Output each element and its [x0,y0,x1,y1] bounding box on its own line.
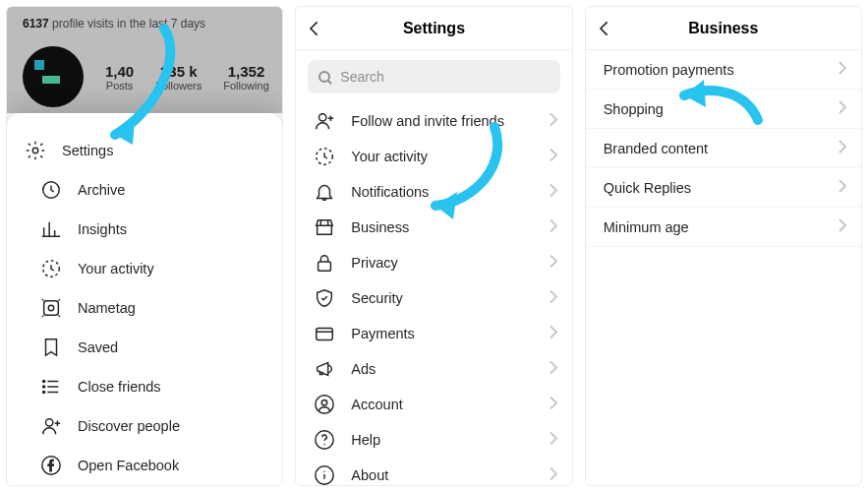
help-icon [314,429,335,451]
row-label: Branded content [604,141,708,156]
menu-label: Open Facebook [78,458,179,473]
panel-profile-menu: 6137 profile visits in the last 7 days 1… [6,6,283,486]
chevron-right-icon [549,290,558,307]
shield-icon [314,287,335,309]
row-label: Payments [351,326,414,341]
chevron-right-icon [549,397,558,413]
chevron-right-icon [838,218,847,235]
row-label: Minimum age [604,219,689,235]
row-label: Account [351,397,402,412]
back-button[interactable] [596,7,615,49]
chevron-right-icon [549,149,558,165]
menu-close-friends[interactable]: Close friends [7,367,282,406]
row-label: Shopping [604,101,664,117]
card-icon [314,323,335,344]
chevron-right-icon [549,113,558,130]
row-label: Business [351,219,409,235]
panel-business: Business Promotion payments Shopping Bra… [585,6,862,486]
row-label: Security [351,290,402,306]
bookmark-icon [40,337,62,358]
account-icon [314,394,335,415]
header: Business [586,7,861,50]
business-row-shopping[interactable]: Shopping [586,90,861,129]
settings-row-account[interactable]: Account [296,387,571,422]
row-label: Ads [351,361,376,377]
business-row-quick-replies[interactable]: Quick Replies [586,168,861,208]
menu-open-facebook[interactable]: Open Facebook [7,446,282,485]
menu-label: Your activity [78,261,154,277]
chevron-right-icon [838,140,847,156]
row-label: Follow and invite friends [351,113,504,129]
info-icon [314,464,335,486]
settings-row-about[interactable]: About [296,458,571,486]
stat-followers: 235 k Followers [155,63,202,92]
chevron-right-icon [838,61,847,78]
lock-icon [314,252,335,274]
row-label: Help [351,432,380,448]
menu-settings[interactable]: Settings [7,131,282,170]
settings-row-business[interactable]: Business [296,210,571,245]
bell-icon [314,181,335,203]
chevron-right-icon [549,255,558,272]
settings-row-notifications[interactable]: Notifications [296,174,571,210]
search-input[interactable]: Search [308,60,559,93]
search-icon [318,70,332,85]
search-placeholder: Search [340,69,383,85]
stat-following: 1,352 Following [223,63,268,92]
header: Settings [296,7,571,50]
avatar [23,46,84,107]
chevron-right-icon [549,326,558,342]
gear-icon [25,140,46,161]
business-row-minimum-age[interactable]: Minimum age [586,208,861,247]
settings-row-activity[interactable]: Your activity [296,139,571,174]
profile-header-dimmed: 6137 profile visits in the last 7 days 1… [7,7,282,113]
back-button[interactable] [306,7,325,49]
row-label: Quick Replies [604,180,691,196]
nametag-icon [40,297,62,319]
menu-archive[interactable]: Archive [7,170,282,210]
row-label: Promotion payments [604,62,734,78]
settings-row-ads[interactable]: Ads [296,351,571,387]
chevron-right-icon [549,184,558,201]
menu-insights[interactable]: Insights [7,210,282,249]
insights-icon [40,218,62,240]
menu-discover-people[interactable]: Discover people [7,406,282,446]
panel-settings: Settings Search Follow and invite friend… [295,6,572,486]
menu-label: Discover people [78,418,180,434]
row-label: Privacy [351,255,398,271]
stat-posts: 1,40 Posts [105,63,134,92]
row-label: About [351,467,388,483]
clock-icon [40,179,62,201]
profile-visits-text: 6137 profile visits in the last 7 days [23,17,266,31]
menu-label: Insights [78,221,127,237]
menu-label: Saved [78,339,118,355]
settings-row-privacy[interactable]: Privacy [296,245,571,280]
menu-nametag[interactable]: Nametag [7,288,282,328]
settings-row-payments[interactable]: Payments [296,316,571,351]
menu-activity[interactable]: Your activity [7,249,282,288]
chevron-right-icon [549,467,558,484]
shop-icon [314,216,335,238]
chevron-right-icon [549,219,558,236]
activity-icon [314,146,335,167]
add-person-icon [314,110,335,132]
row-label: Notifications [351,184,429,200]
settings-row-follow-invite[interactable]: Follow and invite friends [296,103,571,139]
chevron-right-icon [838,100,847,117]
business-row-promotion-payments[interactable]: Promotion payments [586,50,861,90]
settings-row-security[interactable]: Security [296,280,571,316]
add-person-icon [40,415,62,437]
chevron-right-icon [549,432,558,449]
chevron-right-icon [549,361,558,378]
list-icon [40,376,62,398]
menu-saved[interactable]: Saved [7,328,282,367]
menu-label: Close friends [78,379,161,395]
menu-label: Archive [78,182,125,198]
activity-icon [40,258,62,279]
header-title: Business [688,20,758,37]
menu-label: Nametag [78,300,136,316]
action-sheet: Settings Archive Insights Your activity … [7,113,282,485]
menu-label: Settings [62,143,113,158]
business-row-branded-content[interactable]: Branded content [586,129,861,168]
settings-row-help[interactable]: Help [296,422,571,458]
